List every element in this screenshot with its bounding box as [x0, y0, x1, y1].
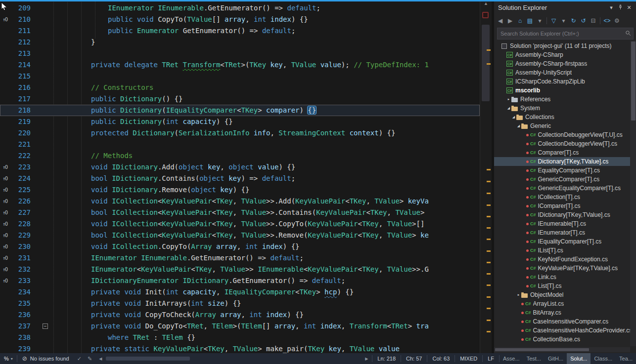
tree-item[interactable]: C#Comparer[T].cs: [494, 148, 636, 157]
line-number[interactable]: 215: [10, 71, 32, 82]
tool-window-tab[interactable]: Test...: [523, 353, 545, 364]
back-icon[interactable]: ◀: [496, 17, 504, 24]
line-number[interactable]: 234: [10, 286, 32, 298]
line-number[interactable]: 237: [10, 321, 32, 332]
sync-active-document-icon[interactable]: ↻: [569, 17, 578, 24]
line-number[interactable]: 214: [10, 59, 32, 71]
tree-item[interactable]: C#ICSharpCode.SharpZipLib: [494, 77, 636, 86]
code-line[interactable]: 234private void Init(int capacity, IEqua…: [0, 286, 480, 298]
line-number[interactable]: 239: [10, 343, 32, 353]
line-number[interactable]: 226: [10, 196, 32, 207]
inheritance-margin-icon[interactable]: ↑O: [0, 184, 10, 196]
views-caret-icon[interactable]: ▾: [536, 17, 544, 24]
line-number[interactable]: 216: [10, 82, 32, 93]
line-number[interactable]: 220: [10, 127, 32, 139]
code-view-icon[interactable]: <>: [603, 17, 611, 24]
code-line[interactable]: ↑O225void IDictionary.Remove(object key)…: [0, 184, 480, 196]
expand-arrow-icon[interactable]: ▸: [516, 290, 521, 299]
line-number[interactable]: 212: [10, 37, 32, 48]
tree-item[interactable]: C#Assembly-UnityScript: [494, 68, 636, 77]
inheritance-margin-icon[interactable]: ↑O: [0, 230, 10, 241]
code-line[interactable]: 212}: [0, 37, 480, 48]
code-line[interactable]: 215: [0, 71, 480, 82]
line-number[interactable]: 235: [10, 298, 32, 309]
scroll-up-icon[interactable]: ▲: [480, 1, 492, 6]
tree-item[interactable]: C#CollectionDebuggerView[T,U].cs: [494, 130, 636, 139]
code-line[interactable]: ↑O233IDictionaryEnumerator IDictionary.G…: [0, 275, 480, 286]
document-health-indicator[interactable]: [482, 12, 489, 18]
tree-item[interactable]: C#IList[T].cs: [494, 246, 636, 255]
code-line[interactable]: ↑O227bool ICollection<KeyValuePair<TKey,…: [0, 207, 480, 218]
collapse-arrow-icon[interactable]: ◢: [516, 121, 521, 130]
code-line[interactable]: 218public Dictionary(IEqualityComparer<T…: [0, 105, 480, 116]
code-line[interactable]: ↑O229bool ICollection<KeyValuePair<TKey,…: [0, 230, 480, 241]
code-line[interactable]: 216// Constructors: [0, 82, 480, 93]
tool-window-tab[interactable]: Tea...: [616, 353, 636, 364]
zoom-control[interactable]: % ▾: [0, 356, 17, 362]
refresh-icon[interactable]: ↺: [579, 17, 588, 24]
scroll-left-icon[interactable]: ◀: [97, 357, 104, 361]
line-number[interactable]: 209: [10, 2, 32, 14]
pending-filter-icon[interactable]: ▽: [549, 17, 558, 24]
tree-item[interactable]: C#IEqualityComparer[T].cs: [494, 237, 636, 246]
tree-item[interactable]: C#GenericComparer[T].cs: [494, 175, 636, 184]
check-icon[interactable]: ✓: [74, 356, 85, 362]
tree-item[interactable]: ◢Collections: [494, 113, 636, 121]
tree-item[interactable]: C#KeyValuePair[TKey,TValue].cs: [494, 264, 636, 273]
tree-item[interactable]: C#CollectionDebuggerView[T].cs: [494, 139, 636, 148]
inheritance-margin-icon[interactable]: ↑O: [0, 196, 10, 207]
filter-caret-icon[interactable]: ▾: [559, 17, 568, 24]
inheritance-margin-icon[interactable]: ↑O: [0, 264, 10, 275]
line-number[interactable]: 222: [10, 150, 32, 162]
code-line[interactable]: 236private void CopyToCheck(Array array,…: [0, 309, 480, 321]
code-line[interactable]: 214private delegate TRet Transform<TRet>…: [0, 59, 480, 71]
code-line[interactable]: 239private static KeyValuePair<TKey, TVa…: [0, 343, 480, 353]
line-number[interactable]: 231: [10, 252, 32, 264]
editor-scrollbar[interactable]: ▲: [480, 0, 492, 353]
tree-item[interactable]: C#IDictionary[TKey,TValue].cs: [494, 210, 636, 219]
code-line[interactable]: ↑O231IEnumerator IEnumerable.GetEnumerat…: [0, 252, 480, 264]
code-line[interactable]: ↑O224bool IDictionary.Contains(object ke…: [0, 173, 480, 184]
code-line[interactable]: 237−private void Do_CopyTo<TRet, TElem>(…: [0, 321, 480, 332]
tool-window-tab[interactable]: Class...: [591, 353, 616, 364]
tree-item[interactable]: ▸References: [494, 95, 636, 104]
line-number[interactable]: 232: [10, 264, 32, 275]
tree-item[interactable]: C#BitArray.cs: [494, 308, 636, 317]
code-line[interactable]: 238where TRet : TElem {}: [0, 332, 480, 343]
scroll-right-icon[interactable]: ▶: [363, 357, 370, 361]
code-line[interactable]: ↑O228void ICollection<KeyValuePair<TKey,…: [0, 218, 480, 230]
inheritance-margin-icon[interactable]: ↑O: [0, 252, 10, 264]
properties-icon[interactable]: ⚙: [613, 17, 621, 24]
line-number[interactable]: 224: [10, 173, 32, 184]
search-box[interactable]: [497, 28, 634, 40]
line-number[interactable]: 236: [10, 309, 32, 321]
collapse-arrow-icon[interactable]: ◢: [506, 104, 511, 113]
code-line[interactable]: ↑O226void ICollection<KeyValuePair<TKey,…: [0, 196, 480, 207]
tree-item[interactable]: C#KeyNotFoundException.cs: [494, 255, 636, 264]
tree-item[interactable]: C#Assembly-CSharp: [494, 50, 636, 59]
line-number[interactable]: 228: [10, 218, 32, 230]
close-icon[interactable]: ✕: [625, 4, 634, 11]
collapse-all-icon[interactable]: ⊟: [589, 17, 597, 24]
tree-item[interactable]: C#CaseInsensitiveComparer.cs: [494, 317, 636, 326]
code-line[interactable]: 222// Methods: [0, 150, 480, 162]
tree-item[interactable]: C#Link.cs: [494, 273, 636, 282]
line-number[interactable]: 227: [10, 207, 32, 218]
tree-item[interactable]: C#EqualityComparer[T].cs: [494, 166, 636, 175]
code-line[interactable]: ↑O232IEnumerator<KeyValuePair<TKey, TVal…: [0, 264, 480, 275]
tree-item[interactable]: C#IEnumerator[T].cs: [494, 228, 636, 237]
tool-window-tab[interactable]: GitH...: [545, 353, 567, 364]
horizontal-scrollbar[interactable]: ◀ ▶: [97, 353, 370, 364]
chevron-down-icon[interactable]: ▾: [607, 4, 616, 11]
line-number[interactable]: 217: [10, 93, 32, 105]
line-number[interactable]: 218: [10, 105, 32, 116]
search-input[interactable]: [500, 30, 625, 37]
code-line[interactable]: 219public Dictionary(int capacity) {}: [0, 116, 480, 127]
tree-item[interactable]: C#ICollection[T].cs: [494, 193, 636, 202]
code-editor[interactable]: 209IEnumerator IEnumerable.GetEnumerator…: [0, 0, 480, 353]
forward-icon[interactable]: ▶: [506, 17, 514, 24]
tree-item[interactable]: C#List[T].cs: [494, 282, 636, 290]
search-icon[interactable]: [625, 29, 631, 38]
inheritance-margin-icon[interactable]: ↑O: [0, 275, 10, 286]
tree-item[interactable]: C#Assembly-CSharp-firstpass: [494, 59, 636, 68]
